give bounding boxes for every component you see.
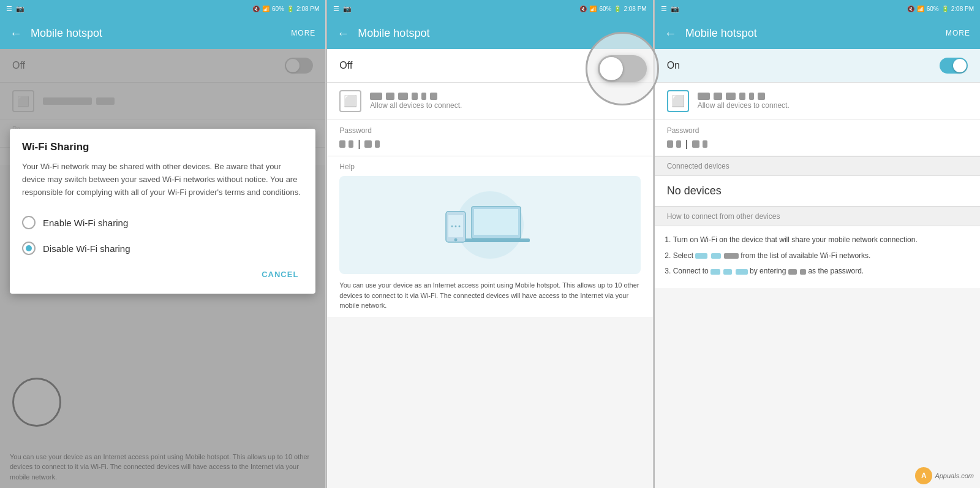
status-bar-1: ☰ 📷 🔇 📶 60% 🔋 2:08 PM (0, 0, 325, 17)
help-label-2: Help (339, 162, 640, 171)
app-title-1: Mobile hotspot (31, 27, 291, 40)
circle-highlight-2 (586, 32, 659, 105)
time-3: 2:08 PM (951, 6, 974, 12)
dialog-overlay-1: Wi-Fi Sharing Your Wi-Fi network may be … (0, 49, 325, 488)
network-icon-2: ⬜ (339, 90, 361, 112)
dialog-option-enable[interactable]: Enable Wi-Fi sharing (22, 210, 303, 235)
radio-enable[interactable] (22, 216, 36, 229)
network-sub-3: Allow all devices to connect. (698, 101, 968, 110)
status-bar-right-3: 🔇 📶 60% 🔋 2:08 PM (907, 6, 974, 12)
connected-devices-header: Connected devices (655, 156, 980, 176)
help-text-2: You can use your device as an Internet a… (339, 280, 640, 311)
network-row-3: ⬜ Allow all devices to connect. (655, 83, 980, 120)
status-bar-right-2: 🔇 📶 60% 🔋 2:08 PM (579, 6, 646, 12)
toggle-switch-3[interactable] (940, 58, 968, 74)
svg-rect-2 (474, 209, 518, 235)
phone-panel-3: ☰ 📷 🔇 📶 60% 🔋 2:08 PM ← Mobile hotspot M… (655, 0, 980, 488)
content-area-1: Off ⬜ Pa... vx... H... You can use your … (0, 49, 325, 488)
time-1: 2:08 PM (296, 6, 319, 12)
password-dots-2: | (339, 139, 640, 150)
battery-pct-1: 60% (272, 6, 284, 12)
network-icon-3: ⬜ (667, 90, 689, 112)
app-bar-1: ← Mobile hotspot MORE (0, 17, 325, 49)
password-label-2: Password (339, 126, 640, 135)
radio-disable[interactable] (22, 242, 36, 255)
battery-icon-3: 🔋 (941, 6, 949, 12)
network-info-3: Allow all devices to connect. (698, 93, 968, 110)
back-arrow-2[interactable]: ← (337, 26, 349, 40)
how-to-list: Turn on Wi-Fi on the device that will sh… (655, 226, 980, 288)
watermark-icon: A (915, 467, 932, 484)
dialog-option-enable-label: Enable Wi-Fi sharing (43, 218, 128, 228)
status-bar-left-2: ☰ 📷 (333, 5, 352, 13)
how-to-connect-header: How to connect from other devices (655, 207, 980, 226)
menu-icon-1: ☰ (6, 5, 12, 13)
password-section-2: Password | (327, 120, 652, 156)
dialog-option-disable[interactable]: Disable Wi-Fi sharing (22, 235, 303, 261)
more-button-1[interactable]: MORE (291, 29, 315, 37)
back-arrow-1[interactable]: ← (10, 26, 22, 40)
svg-point-8 (454, 226, 456, 227)
password-dots-3: | (667, 139, 968, 150)
battery-pct-3: 60% (927, 6, 939, 12)
signal-icon-2: 📶 (589, 6, 597, 12)
signal-icon-1: 📶 (262, 6, 270, 12)
dialog-option-disable-label: Disable Wi-Fi sharing (43, 243, 130, 254)
battery-pct-2: 60% (599, 6, 611, 12)
svg-rect-3 (462, 238, 530, 242)
how-to-step-3: Connect to by entering as the password. (673, 265, 968, 278)
battery-icon-1: 🔋 (287, 6, 294, 12)
how-to-step-2: Select from the list of available Wi-Fi … (673, 250, 968, 263)
camera-icon-2: 📷 (343, 5, 352, 13)
camera-icon-3: 📷 (671, 5, 679, 13)
mute-icon-2: 🔇 (579, 6, 587, 12)
how-to-step-1: Turn on Wi-Fi on the device that will sh… (673, 234, 968, 247)
app-title-2: Mobile hotspot (358, 27, 643, 40)
network-sub-2: Allow all devices to connect. (370, 101, 640, 110)
illustration-2 (339, 176, 640, 274)
watermark-text: Appuals.com (935, 472, 974, 479)
toggle-label-3: On (667, 60, 680, 71)
radio-inner-selected (26, 245, 32, 251)
menu-icon-3: ☰ (661, 5, 667, 13)
status-bar-right-1: 🔇 📶 60% 🔋 2:08 PM (252, 6, 319, 12)
illustration-svg (429, 185, 551, 265)
mute-icon-3: 🔇 (907, 6, 914, 12)
back-arrow-3[interactable]: ← (665, 26, 677, 40)
mute-icon-1: 🔇 (252, 6, 260, 12)
menu-icon-2: ☰ (333, 5, 339, 13)
time-2: 2:08 PM (624, 6, 646, 12)
battery-icon-2: 🔋 (614, 6, 621, 12)
dialog-cancel-row: CANCEL (22, 267, 303, 281)
svg-point-6 (454, 238, 457, 242)
svg-point-9 (458, 226, 460, 227)
toggle-row-3: On (655, 49, 980, 83)
phone-panel-1: ☰ 📷 🔇 📶 60% 🔋 2:08 PM ← Mobile hotspot M… (0, 0, 326, 488)
network-name-3 (698, 93, 968, 100)
more-button-3[interactable]: MORE (946, 29, 970, 37)
status-bar-3: ☰ 📷 🔇 📶 60% 🔋 2:08 PM (655, 0, 980, 17)
status-bar-2: ☰ 📷 🔇 📶 60% 🔋 2:08 PM (327, 0, 652, 17)
camera-icon-1: 📷 (16, 5, 24, 13)
dialog-body-1: Your Wi-Fi network may be shared with ot… (22, 161, 303, 199)
app-title-3: Mobile hotspot (685, 27, 946, 40)
signal-icon-3: 📶 (917, 6, 924, 12)
phone-panel-2: ☰ 📷 🔇 📶 60% 🔋 2:08 PM ← Mobile hotspot O… (327, 0, 653, 488)
password-label-3: Password (667, 126, 968, 135)
dialog-box-1: Wi-Fi Sharing Your Wi-Fi network may be … (10, 129, 315, 294)
dialog-title-1: Wi-Fi Sharing (22, 141, 303, 153)
status-bar-left-1: ☰ 📷 (6, 5, 24, 13)
svg-point-7 (451, 226, 453, 227)
help-section-2: Help You can use your device as an Inte (327, 156, 652, 317)
status-bar-left-3: ☰ 📷 (661, 5, 679, 13)
password-section-3: Password | (655, 120, 980, 156)
no-devices-label: No devices (655, 176, 980, 207)
toggle-label-2: Off (339, 60, 352, 71)
watermark: A Appuals.com (915, 467, 974, 484)
dialog-cancel-button[interactable]: CANCEL (257, 267, 303, 281)
app-bar-3: ← Mobile hotspot MORE (655, 17, 980, 49)
